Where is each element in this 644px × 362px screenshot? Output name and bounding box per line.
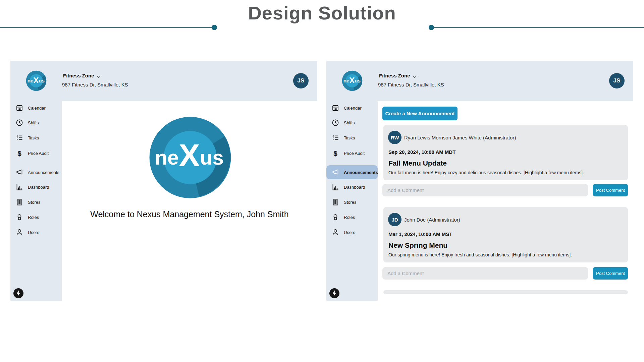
announcement-title: Fall Menu Update (388, 159, 447, 167)
bar-chart-icon (331, 183, 339, 191)
app-header: neXus Fitness Zone 987 Fitness Dr, Small… (326, 61, 633, 101)
sidebar-item-label: Roles (344, 215, 355, 220)
bar-chart-icon (15, 183, 23, 191)
nexus-logo-large: neXus (146, 113, 234, 202)
sidebar-item-label: Roles (28, 215, 39, 220)
announcement-author-avatar: RW (388, 131, 401, 144)
sidebar-item-calendar[interactable]: Calendar (10, 101, 62, 115)
app-header: neXus Fitness Zone 987 Fitness Dr, Small… (10, 61, 317, 101)
sidebar-item-label: Stores (28, 200, 41, 205)
announcement-card: JD John Doe (Administrator) Mar 1, 2024,… (383, 207, 628, 262)
announcement-timestamp: Mar 1, 2024, 10:00 AM MST (388, 231, 452, 237)
calendar-icon (15, 104, 23, 112)
sidebar-item-label: Users (344, 230, 355, 235)
dollar-icon (15, 149, 23, 157)
announcement-author-avatar: JD (388, 213, 401, 226)
quick-action-button[interactable] (329, 288, 339, 298)
dollar-icon (331, 149, 339, 157)
clock-icon (331, 119, 339, 127)
sidebar-item-users[interactable]: Users (326, 225, 378, 239)
sidebar-item-label: Calendar (344, 106, 362, 111)
slide: Design Solution neXus Fitness Zone 987 F… (0, 0, 644, 362)
create-announcement-button[interactable]: Create a New Announcement (382, 107, 458, 120)
person-icon (15, 228, 23, 236)
sidebar-item-label: Price Audit (28, 151, 49, 156)
store-name[interactable]: Fitness Zone (379, 73, 410, 78)
user-avatar[interactable]: JS (293, 73, 309, 88)
decor-dot-right (429, 25, 434, 30)
sidebar-item-tasks[interactable]: Tasks (10, 131, 62, 145)
sidebar: Calendar Shifts Tasks Price Audit Announ… (10, 101, 62, 301)
sidebar-item-announcements[interactable]: Announcements (326, 165, 378, 179)
sidebar-item-label: Users (28, 230, 39, 235)
post-comment-button[interactable]: Post Comment (593, 267, 628, 280)
sidebar-item-users[interactable]: Users (10, 225, 62, 239)
announcement-body: Our fall menu is here! Enjoy cozy and de… (388, 170, 584, 175)
store-address: 987 Fitness Dr, Smallville, KS (62, 82, 128, 87)
nexus-logo-icon: neXus (25, 70, 47, 92)
sidebar-item-dashboard[interactable]: Dashboard (326, 180, 378, 194)
next-announcement-partial (383, 290, 628, 294)
checklist-icon (15, 134, 23, 142)
sidebar-item-label: Announcements (344, 170, 378, 175)
slide-title: Design Solution (0, 2, 644, 24)
welcome-message: Welcome to Nexus Management System, John… (62, 209, 317, 219)
decor-line-left (0, 27, 212, 28)
sidebar-item-shifts[interactable]: Shifts (10, 116, 62, 130)
sidebar-item-label: Dashboard (28, 185, 49, 190)
megaphone-icon (331, 168, 339, 176)
sidebar-item-price-audit[interactable]: Price Audit (326, 146, 378, 160)
award-icon (15, 213, 23, 221)
sidebar-item-calendar[interactable]: Calendar (326, 101, 378, 115)
sidebar: Calendar Shifts Tasks Price Audit Announ… (326, 101, 378, 301)
sidebar-item-label: Shifts (28, 120, 39, 125)
sidebar-item-announcements[interactable]: Announcements (10, 165, 62, 179)
sidebar-item-label: Tasks (28, 135, 39, 140)
building-icon (15, 198, 23, 206)
sidebar-item-dashboard[interactable]: Dashboard (10, 180, 62, 194)
megaphone-icon (15, 168, 23, 176)
sidebar-item-price-audit[interactable]: Price Audit (10, 146, 62, 160)
announcement-card: RW Ryan Lewis Morrison James White (Admi… (383, 125, 628, 180)
decor-line-right (434, 27, 644, 28)
announcement-timestamp: Sep 20, 2024, 10:00 AM MDT (388, 149, 455, 155)
sidebar-item-label: Price Audit (344, 151, 365, 156)
sidebar-item-label: Dashboard (344, 185, 365, 190)
sidebar-item-label: Announcements (28, 170, 59, 175)
lightning-icon (15, 290, 22, 297)
app-screenshot-announcements: neXus Fitness Zone 987 Fitness Dr, Small… (326, 61, 633, 301)
award-icon (331, 213, 339, 221)
user-avatar[interactable]: JS (609, 73, 625, 88)
sidebar-item-roles[interactable]: Roles (10, 210, 62, 224)
person-icon (331, 228, 339, 236)
chevron-down-icon[interactable] (412, 75, 417, 78)
welcome-main: neXus Welcome to Nexus Management System… (62, 101, 317, 301)
sidebar-item-shifts[interactable]: Shifts (326, 116, 378, 130)
quick-action-button[interactable] (13, 288, 23, 298)
announcement-author: John Doe (Administrator) (404, 217, 460, 223)
sidebar-item-roles[interactable]: Roles (326, 210, 378, 224)
post-comment-button[interactable]: Post Comment (593, 184, 628, 196)
checklist-icon (331, 134, 339, 142)
comment-input[interactable] (382, 267, 588, 280)
sidebar-item-stores[interactable]: Stores (10, 195, 62, 209)
chevron-down-icon[interactable] (96, 75, 101, 78)
store-name[interactable]: Fitness Zone (63, 73, 94, 78)
app-screenshot-welcome: neXus Fitness Zone 987 Fitness Dr, Small… (10, 61, 317, 301)
lightning-icon (331, 290, 338, 297)
sidebar-item-tasks[interactable]: Tasks (326, 131, 378, 145)
building-icon (331, 198, 339, 206)
sidebar-item-label: Shifts (344, 120, 355, 125)
comment-input[interactable] (382, 184, 588, 196)
announcement-title: New Spring Menu (388, 241, 447, 249)
sidebar-item-stores[interactable]: Stores (326, 195, 378, 209)
sidebar-item-label: Calendar (28, 106, 46, 111)
announcements-main: Create a New Announcement RW Ryan Lewis … (378, 101, 633, 301)
announcement-body: Our spring menu is here! Enjoy fresh and… (388, 252, 572, 257)
nexus-logo-icon: neXus (341, 70, 363, 92)
decor-dot-left (212, 25, 217, 30)
sidebar-item-label: Stores (344, 200, 357, 205)
store-address: 987 Fitness Dr, Smallville, KS (378, 82, 444, 87)
clock-icon (15, 119, 23, 127)
calendar-icon (331, 104, 339, 112)
